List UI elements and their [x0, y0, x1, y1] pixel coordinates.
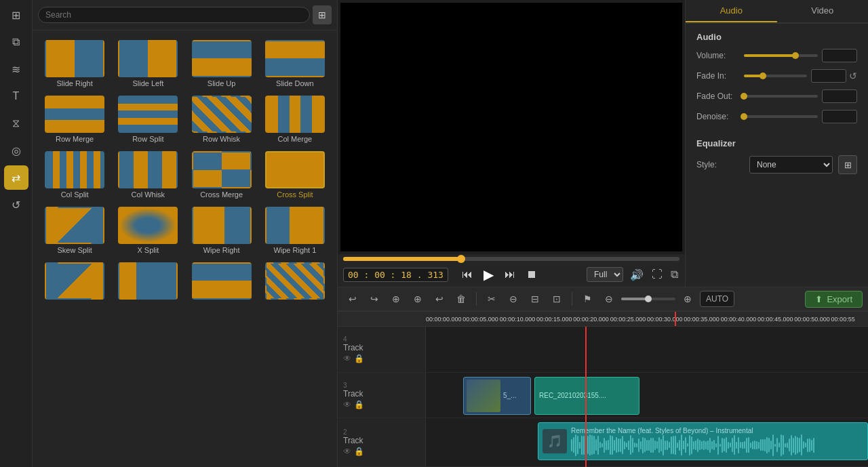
- volume-knob[interactable]: [792, 52, 799, 59]
- transition-item-8[interactable]: Col Merge: [258, 92, 332, 147]
- transition-item-11[interactable]: Cross Merge: [185, 147, 258, 203]
- track3-visibility[interactable]: 👁: [343, 400, 351, 409]
- transition-item-13[interactable]: Skew Split: [38, 203, 111, 258]
- tab-video[interactable]: Video: [777, 0, 869, 22]
- volume-button[interactable]: 🔊: [629, 267, 645, 283]
- skip-forward-button[interactable]: ⏭: [502, 267, 518, 282]
- sidebar-icon-text[interactable]: T: [4, 84, 28, 108]
- tab-audio[interactable]: Audio: [686, 0, 777, 22]
- track3-lock[interactable]: 🔒: [354, 400, 364, 409]
- track4-visibility[interactable]: 👁: [343, 354, 351, 363]
- ruler-mark-9: 00:00:45.000: [757, 316, 794, 323]
- transition-thumb-9: [45, 151, 104, 188]
- transition-item-17[interactable]: [38, 258, 111, 306]
- fade-in-slider[interactable]: [744, 75, 807, 77]
- transition-label-4: Slide Down: [276, 79, 314, 87]
- denoise-value[interactable]: 0: [822, 110, 857, 123]
- sidebar-icon-color[interactable]: ◎: [4, 138, 28, 163]
- track-content-2[interactable]: 🎵 Remember the Name (feat. Styles of Bey…: [426, 418, 868, 466]
- transition-label-10: Col Whisk: [132, 190, 165, 199]
- transition-item-18[interactable]: [111, 258, 184, 306]
- play-button[interactable]: ▶: [481, 265, 496, 284]
- sidebar-icon-media[interactable]: ⊞: [4, 3, 28, 27]
- add-button2[interactable]: ⊕: [408, 289, 427, 308]
- undo-button[interactable]: ↩: [343, 289, 362, 308]
- pip-button[interactable]: ⧉: [669, 267, 679, 282]
- transition-item-14[interactable]: X Split: [111, 203, 184, 258]
- redo-button[interactable]: ↪: [365, 289, 384, 308]
- fade-out-slider[interactable]: [744, 95, 818, 98]
- stop-button[interactable]: ⏹: [524, 267, 540, 282]
- track4-lock[interactable]: 🔒: [354, 354, 364, 363]
- transition-item-4[interactable]: Slide Down: [258, 36, 332, 92]
- video-clip-3[interactable]: 5_...: [463, 377, 531, 415]
- grid-view-button[interactable]: ⊞: [313, 5, 332, 24]
- eq-settings-button[interactable]: ⊞: [838, 155, 857, 174]
- auto-button[interactable]: AUTO: [700, 291, 734, 307]
- marker-button[interactable]: ⚑: [578, 289, 597, 308]
- transition-item-12[interactable]: Cross Split: [258, 147, 332, 203]
- sidebar-icon-transitions[interactable]: ⇄: [4, 165, 28, 190]
- track-num-4: 4: [343, 336, 347, 343]
- volume-value[interactable]: 100: [822, 49, 857, 62]
- search-input[interactable]: [38, 7, 310, 23]
- skip-back-button[interactable]: ⏮: [459, 267, 475, 282]
- export-button[interactable]: ⬆ Export: [805, 291, 863, 308]
- zoom-out-button[interactable]: ⊖: [599, 289, 618, 308]
- fade-in-value[interactable]: 0.550s: [811, 69, 846, 83]
- progress-bar[interactable]: [343, 257, 679, 261]
- track-content-3[interactable]: 5_... REC_20210203155....: [426, 373, 868, 418]
- cut-button[interactable]: ✂: [482, 289, 501, 308]
- transition-item-3[interactable]: Slide Up: [185, 36, 258, 92]
- sidebar-icon-layers[interactable]: ⧉: [4, 30, 28, 54]
- zoom-in-button[interactable]: ⊕: [678, 289, 697, 308]
- transition-item-20[interactable]: [258, 258, 332, 306]
- transition-item-7[interactable]: Row Whisk: [185, 92, 258, 147]
- split-button[interactable]: ⊟: [526, 289, 545, 308]
- crop-button[interactable]: ⊡: [547, 289, 566, 308]
- track2-lock[interactable]: 🔒: [354, 447, 364, 456]
- transition-item-9[interactable]: Col Split: [38, 147, 111, 203]
- track2-visibility[interactable]: 👁: [343, 447, 351, 456]
- denoise-knob[interactable]: [741, 113, 747, 120]
- delete-button[interactable]: 🗑: [452, 289, 471, 308]
- transition-item-10[interactable]: Col Whisk: [111, 147, 184, 203]
- transition-thumb-11: [192, 151, 252, 188]
- sidebar-icon-effects[interactable]: ≋: [4, 57, 28, 81]
- sidebar-icon-motion[interactable]: ↺: [4, 192, 28, 217]
- fade-out-row: Fade Out: 0.000s: [696, 89, 857, 103]
- minus-button[interactable]: ⊖: [504, 289, 523, 308]
- transition-thumb-6: [118, 96, 178, 133]
- fade-out-value[interactable]: 0.000s: [822, 89, 857, 103]
- zoom-slider[interactable]: [621, 298, 675, 300]
- separator2: [572, 292, 572, 306]
- sidebar-icon-filter[interactable]: ⧖: [4, 111, 28, 136]
- transition-thumb-15: [192, 207, 252, 244]
- zoom-knob[interactable]: [645, 296, 652, 302]
- audio-clip-label: Remember the Name (feat. Styles of Beyon…: [571, 427, 863, 434]
- volume-slider[interactable]: [744, 54, 818, 57]
- style-select[interactable]: NoneBass BoostTreble BoostVocal: [749, 156, 833, 174]
- transition-item-16[interactable]: Wipe Right 1: [258, 203, 332, 258]
- ruler-mark-7: 00:00:35.000: [684, 316, 720, 323]
- transition-thumb-18: [118, 262, 178, 300]
- transition-item-6[interactable]: Row Split: [111, 92, 184, 147]
- green-clip-3[interactable]: REC_20210203155....: [534, 377, 639, 415]
- audio-clip-2[interactable]: 🎵 Remember the Name (feat. Styles of Bey…: [538, 422, 868, 460]
- back-button[interactable]: ↩: [430, 289, 449, 308]
- fullscreen-button[interactable]: ⛶: [650, 267, 664, 282]
- add-media-button[interactable]: ⊕: [387, 289, 406, 308]
- track-content-4[interactable]: [426, 327, 868, 372]
- transition-item-15[interactable]: Wipe Right: [185, 203, 258, 258]
- progress-knob[interactable]: [457, 255, 465, 263]
- fade-in-reset[interactable]: ↺: [849, 70, 857, 81]
- transition-item-1[interactable]: Slide Right: [38, 36, 111, 92]
- denoise-slider[interactable]: [744, 115, 818, 118]
- transition-item-5[interactable]: Row Merge: [38, 92, 111, 147]
- fade-out-knob[interactable]: [741, 93, 747, 100]
- transition-item-2[interactable]: Slide Left: [111, 36, 184, 92]
- quality-select[interactable]: Full1/21/4: [587, 267, 623, 282]
- fade-in-knob[interactable]: [760, 73, 766, 79]
- transition-item-19[interactable]: [185, 258, 258, 306]
- preview-right-row: 00 : 00 : 18 . 313 ⏮ ▶ ⏭ ⏹ Full1/21/4 🔊 …: [338, 0, 868, 287]
